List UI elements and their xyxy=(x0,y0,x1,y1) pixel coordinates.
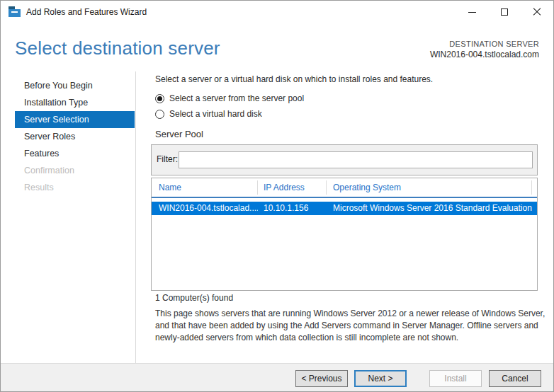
server-manager-app-icon xyxy=(9,6,21,18)
wizard-window: Add Roles and Features Wizard Select des… xyxy=(0,0,554,392)
radio-button-icon[interactable] xyxy=(155,94,164,103)
column-separator xyxy=(531,180,532,195)
filter-label: Filter: xyxy=(157,154,178,164)
destination-server-block: DESTINATION SERVER WIN2016-004.tstlocala… xyxy=(430,40,539,59)
filter-panel: Filter: xyxy=(151,144,538,175)
sidebar-item-before-you-begin[interactable]: Before You Begin xyxy=(15,77,135,94)
destination-server-label: DESTINATION SERVER xyxy=(430,40,539,48)
window-title: Add Roles and Features Wizard xyxy=(26,1,147,23)
next-button[interactable]: Next > xyxy=(354,370,407,387)
cell-name: WIN2016-004.tstlocalad.... xyxy=(159,202,258,215)
sidebar-item-server-roles[interactable]: Server Roles xyxy=(15,128,135,145)
column-header-operating-system[interactable]: Operating System xyxy=(333,178,401,197)
table-row-selected[interactable]: WIN2016-004.tstlocalad.... 10.10.1.156 M… xyxy=(152,202,537,215)
install-button: Install xyxy=(429,370,482,387)
intro-text: Select a server or a virtual hard disk o… xyxy=(155,74,433,84)
sidebar-item-server-selection[interactable]: Server Selection xyxy=(15,111,135,128)
sidebar-divider xyxy=(135,71,136,364)
button-bar: < Previous Next > Install Cancel xyxy=(1,363,554,391)
computers-found-count: 1 Computer(s) found xyxy=(155,293,233,303)
cell-operating-system: Microsoft Windows Server 2016 Standard E… xyxy=(333,202,537,215)
radio-label: Select a server from the server pool xyxy=(169,93,304,103)
radio-label: Select a virtual hard disk xyxy=(169,109,262,119)
maximize-button[interactable] xyxy=(488,1,521,23)
radio-select-server-pool[interactable]: Select a server from the server pool xyxy=(155,93,304,103)
column-header-ip-address[interactable]: IP Address xyxy=(264,178,305,197)
column-header-name[interactable]: Name xyxy=(159,178,181,197)
column-separator xyxy=(326,180,327,195)
close-icon xyxy=(533,8,541,16)
previous-button[interactable]: < Previous xyxy=(295,370,348,387)
main-content: Select a server or a virtual hard disk o… xyxy=(151,71,546,364)
wizard-steps-sidebar: Before You Begin Installation Type Serve… xyxy=(15,77,135,196)
sidebar-item-installation-type[interactable]: Installation Type xyxy=(15,94,135,111)
sidebar-item-confirmation: Confirmation xyxy=(15,162,135,179)
maximize-icon xyxy=(501,8,508,16)
close-button[interactable] xyxy=(521,1,553,23)
radio-select-virtual-hard-disk[interactable]: Select a virtual hard disk xyxy=(155,109,262,119)
sidebar-item-results: Results xyxy=(15,179,135,196)
table-header: Name IP Address Operating System xyxy=(152,178,537,197)
cancel-button[interactable]: Cancel xyxy=(489,370,541,387)
cell-ip-address: 10.10.1.156 xyxy=(264,202,327,215)
sidebar-item-features[interactable]: Features xyxy=(15,145,135,162)
page-title: Select destination server xyxy=(15,38,220,59)
minimize-icon xyxy=(468,12,476,13)
table-header-rule xyxy=(152,197,537,198)
filter-input[interactable] xyxy=(179,151,533,168)
page-description: This page shows servers that are running… xyxy=(155,308,548,344)
destination-server-value: WIN2016-004.tstlocalad.com xyxy=(430,50,539,59)
title-bar: Add Roles and Features Wizard xyxy=(1,1,553,23)
minimize-button[interactable] xyxy=(456,1,488,23)
window-controls xyxy=(456,1,553,23)
server-pool-table: Name IP Address Operating System WIN2016… xyxy=(151,178,538,291)
column-separator xyxy=(257,180,258,195)
radio-button-icon[interactable] xyxy=(155,110,164,119)
server-pool-title: Server Pool xyxy=(155,129,203,139)
